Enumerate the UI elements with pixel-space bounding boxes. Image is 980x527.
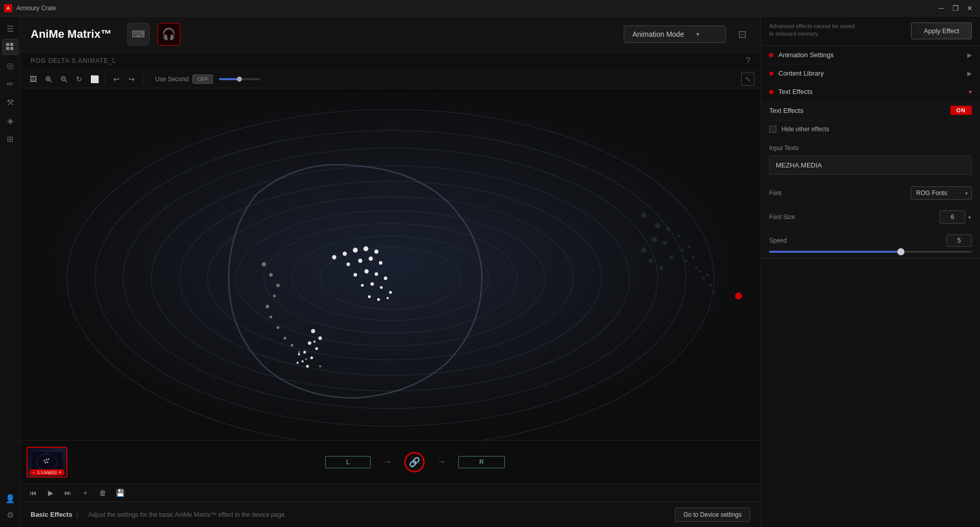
delete-clip-button[interactable]: 🗑 bbox=[96, 486, 109, 499]
svg-point-87 bbox=[44, 460, 45, 461]
next-end-button[interactable]: ⏭ bbox=[61, 486, 75, 499]
main-content: AniMe Matrix™ ⌨ 🎧 Animation Mode ▾ ⊡ ROG… bbox=[20, 16, 761, 527]
device-label-bar: ROG DELTA S ANIMATE_L ? bbox=[20, 52, 761, 70]
font-size-label: Font Size bbox=[769, 213, 940, 221]
loop-minus[interactable]: − bbox=[33, 470, 35, 475]
content-library-section[interactable]: Content Library ▶ bbox=[761, 64, 980, 83]
link-button[interactable]: 🔗 bbox=[404, 452, 425, 472]
apply-effect-button[interactable]: Apply Effect bbox=[911, 22, 972, 39]
animation-mode-dropdown[interactable]: Animation Mode ▾ bbox=[624, 26, 726, 43]
canvas-visualization bbox=[20, 88, 761, 440]
device-block-left[interactable]: L bbox=[325, 456, 371, 468]
svg-point-50 bbox=[354, 273, 357, 277]
font-select-wrapper: ROG Fonts bbox=[911, 186, 972, 200]
goto-device-settings-button[interactable]: Go to Device settings bbox=[675, 508, 750, 522]
zoom-out-button[interactable] bbox=[57, 73, 70, 86]
content-library-chevron-icon: ▶ bbox=[967, 70, 972, 77]
link-icon: 🔗 bbox=[409, 457, 420, 468]
svg-point-77 bbox=[270, 316, 273, 319]
sidebar-item-app-settings[interactable]: ⚙ bbox=[2, 507, 18, 523]
close-button[interactable]: ✕ bbox=[964, 2, 976, 14]
svg-point-43 bbox=[353, 248, 358, 253]
play-button[interactable]: ▶ bbox=[44, 486, 57, 499]
sidebar-item-eraser[interactable]: ◈ bbox=[2, 112, 18, 129]
add-clip-button[interactable]: + bbox=[79, 486, 92, 499]
font-select[interactable]: ROG Fonts bbox=[911, 186, 972, 200]
prev-start-button[interactable]: ⏮ bbox=[27, 486, 40, 499]
speed-slider-thumb[interactable] bbox=[897, 248, 904, 255]
font-size-input[interactable] bbox=[940, 210, 965, 224]
svg-point-63 bbox=[308, 341, 311, 345]
redo-button[interactable]: ↪ bbox=[125, 73, 138, 86]
svg-point-45 bbox=[374, 250, 378, 254]
svg-point-53 bbox=[384, 277, 387, 280]
svg-point-22 bbox=[655, 223, 660, 228]
animation-mode-label: Animation Mode bbox=[632, 30, 684, 38]
advanced-note: Advanced effects cannot be saved to onbo… bbox=[769, 22, 855, 38]
sidebar-item-layers[interactable]: ⊞ bbox=[2, 131, 18, 147]
svg-point-59 bbox=[377, 298, 380, 301]
svg-point-27 bbox=[670, 255, 674, 259]
app-title: Armoury Crate bbox=[16, 5, 56, 12]
keyboard-device-btn[interactable]: ⌨ bbox=[127, 23, 150, 45]
image-tool-button[interactable]: 🖼 bbox=[27, 73, 40, 86]
advanced-note-line1: Advanced effects cannot be saved bbox=[769, 22, 855, 30]
keyboard-icon: ⌨ bbox=[132, 29, 145, 40]
hide-other-effects-label: Hide other effects bbox=[781, 126, 829, 133]
sidebar-item-menu[interactable]: ☰ bbox=[2, 20, 18, 37]
headphones-device-btn[interactable]: 🎧 bbox=[158, 23, 180, 45]
svg-point-82 bbox=[305, 358, 307, 360]
hide-other-effects-checkbox[interactable] bbox=[769, 126, 776, 133]
svg-point-31 bbox=[681, 249, 684, 252]
animation-settings-label: Animation Settings bbox=[778, 51, 967, 59]
bottom-bar: Basic Effects | Adjust the settings for … bbox=[20, 501, 761, 527]
svg-point-72 bbox=[262, 262, 266, 266]
sidebar-item-anime[interactable] bbox=[2, 39, 18, 55]
info-icon[interactable]: ? bbox=[746, 56, 750, 65]
basic-effects-description: Adjust the settings for the basic AniMe … bbox=[88, 511, 286, 518]
svg-point-36 bbox=[699, 270, 702, 273]
minimize-button[interactable]: ─ bbox=[935, 2, 947, 14]
animation-settings-section[interactable]: Animation Settings ▶ bbox=[761, 46, 980, 64]
svg-point-13 bbox=[123, 148, 657, 409]
loop-plus[interactable]: + bbox=[59, 470, 61, 475]
text-effects-section-row[interactable]: Text Effects ▾ bbox=[761, 83, 980, 101]
devices-timeline: L → 🔗 → R bbox=[76, 452, 754, 472]
hide-other-effects-row: Hide other effects bbox=[761, 121, 980, 138]
rotate-cw-button[interactable]: ↻ bbox=[72, 73, 86, 86]
svg-point-54 bbox=[361, 284, 364, 287]
restore-button[interactable]: ❐ bbox=[949, 2, 962, 14]
separator: | bbox=[77, 511, 78, 518]
svg-point-68 bbox=[306, 365, 309, 368]
svg-point-17 bbox=[236, 211, 545, 346]
text-effects-label: Text Effects bbox=[778, 88, 969, 95]
speed-slider-fill bbox=[769, 251, 901, 253]
right-panel-toggle-button[interactable]: ⊡ bbox=[734, 26, 750, 42]
timeline-thumbnail[interactable]: − 1 Loop(s) + bbox=[27, 447, 67, 477]
svg-point-61 bbox=[311, 329, 315, 333]
expand-canvas-button[interactable]: ⤡ bbox=[741, 73, 754, 86]
input-texts-field[interactable] bbox=[769, 156, 972, 175]
svg-rect-0 bbox=[6, 43, 9, 46]
use-second-toggle: Use Second OFF bbox=[151, 75, 213, 84]
sidebar-item-aura[interactable]: ◎ bbox=[2, 57, 18, 74]
device-block-right[interactable]: R bbox=[458, 456, 505, 468]
svg-point-44 bbox=[363, 246, 369, 251]
text-effects-panel-title: Text Effects bbox=[769, 107, 950, 114]
svg-point-75 bbox=[273, 295, 276, 298]
speed-label-row: Speed 5 bbox=[769, 234, 972, 247]
svg-point-90 bbox=[45, 462, 46, 463]
sidebar-item-lighting[interactable]: ✏ bbox=[2, 76, 18, 92]
font-size-control: ▾ bbox=[940, 210, 972, 224]
svg-point-30 bbox=[677, 235, 680, 238]
undo-button[interactable]: ↩ bbox=[110, 73, 123, 86]
sidebar-item-tools[interactable]: ⚒ bbox=[2, 94, 18, 110]
zoom-in-button[interactable] bbox=[42, 73, 55, 86]
sidebar-item-user[interactable]: 👤 bbox=[2, 490, 18, 507]
text-effects-toggle[interactable]: ON bbox=[950, 106, 972, 115]
speed-bar-thumb[interactable] bbox=[237, 77, 242, 82]
use-second-toggle-state[interactable]: OFF bbox=[192, 75, 213, 84]
sidebar-bottom: 👤 ⚙ bbox=[2, 490, 18, 523]
save-clip-button[interactable]: 💾 bbox=[113, 486, 127, 499]
select-button[interactable]: ⬜ bbox=[88, 73, 101, 86]
